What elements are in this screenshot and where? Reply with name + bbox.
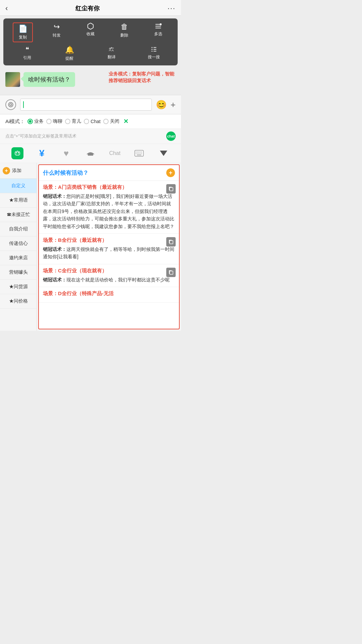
mode-haichat-label: 嗨聊 xyxy=(53,118,62,124)
quote-icon: ❝ xyxy=(25,46,29,54)
context-menu-row-1: 📄 复制 ↪ 转发 收藏 🗑 删除 xyxy=(6,22,175,42)
add-circle-icon: + xyxy=(3,167,10,174)
mode-haichat[interactable]: 嗨聊 xyxy=(46,118,62,124)
tool-hat[interactable] xyxy=(84,150,97,157)
menu-search[interactable]: 搜一搜 xyxy=(144,46,164,61)
menu-multiselect-label: 多选 xyxy=(154,31,162,37)
svg-point-14 xyxy=(16,152,17,153)
menu-translate[interactable]: 文 A 翻译 xyxy=(102,46,122,61)
menu-copy[interactable]: 📄 复制 xyxy=(13,22,33,42)
input-area: 😊 + xyxy=(0,95,181,114)
multiselect-icon xyxy=(155,22,162,30)
tool-heart[interactable]: ♥ xyxy=(59,148,73,159)
add-attachment-button[interactable]: + xyxy=(171,100,176,110)
hint-bar: 点击"+"可添加自定义标签及常用话术 chat xyxy=(0,129,181,144)
ai-mode-bar: Ai模式： 业务 嗨聊 育儿 Chat 关闭 ✕ xyxy=(0,114,181,129)
avatar xyxy=(5,72,20,87)
emoji-button[interactable]: 😊 xyxy=(156,100,167,110)
svg-rect-36 xyxy=(170,271,173,274)
radio-chat xyxy=(84,119,89,124)
sidebar-item-price[interactable]: ★问价格 xyxy=(0,294,37,309)
annotation-text: 业务模式：复制客户问题，智能推荐销冠级回复话术 xyxy=(109,71,176,84)
sidebar-item-trust[interactable]: 传递信心 xyxy=(0,236,37,251)
close-ai-button[interactable]: ✕ xyxy=(123,118,128,125)
message-input[interactable] xyxy=(20,99,152,111)
remind-icon: 🔔 xyxy=(65,46,74,54)
svg-point-13 xyxy=(10,104,12,106)
menu-copy-label: 复制 xyxy=(19,35,27,40)
context-menu-row-2: ❝ 引用 🔔 提醒 文 A 翻译 xyxy=(6,46,175,61)
menu-quote-label: 引用 xyxy=(23,55,31,61)
menu-favorite[interactable]: 收藏 xyxy=(80,22,101,42)
script-block-a: 场景：A门店类线下销售（最近就有） 销冠话术：您问的正是时候[哦牙]，我们刚好最… xyxy=(39,181,179,234)
tool-chat-text[interactable]: Chat xyxy=(108,150,122,156)
mode-parenting[interactable]: 育儿 xyxy=(65,118,81,124)
menu-quote[interactable]: ❝ 引用 xyxy=(17,46,37,61)
script-c-text: 销冠话术：现在这个就是活动价哈，我们平时都比这贵不少呢 xyxy=(43,276,175,283)
sidebar-add-button[interactable]: + 添加 xyxy=(0,163,37,179)
menu-search-label: 搜一搜 xyxy=(148,54,160,60)
script-block-d: 场景：D全行业（特殊产品-无活 xyxy=(39,287,179,303)
script-a-text: 销冠话术：您问的正是时候[哦牙]，我们刚好最近要做一场大活动，这次活动是厂家/总… xyxy=(43,193,175,230)
mode-parenting-label: 育儿 xyxy=(72,118,81,124)
svg-text:文: 文 xyxy=(109,48,112,51)
hint-text: 点击"+"可添加自定义标签及常用话术 xyxy=(5,133,76,139)
menu-delete-label: 删除 xyxy=(120,33,128,38)
delete-icon: 🗑 xyxy=(121,22,128,31)
copy-icon: 📄 xyxy=(18,24,27,33)
bot-icon xyxy=(11,147,23,159)
mode-business[interactable]: 业务 xyxy=(27,118,44,124)
favorite-icon xyxy=(87,22,94,30)
add-script-button[interactable]: + xyxy=(166,168,175,177)
sidebar-item-common[interactable]: ★常用语 xyxy=(0,193,37,208)
context-menu: 📄 复制 ↪ 转发 收藏 🗑 删除 xyxy=(3,18,178,65)
voice-button[interactable] xyxy=(5,99,16,110)
scene-c-label: 场景：C全行业（现在就有） xyxy=(43,268,175,274)
add-label: 添加 xyxy=(12,168,21,174)
back-button[interactable]: ‹ xyxy=(5,4,8,13)
main-content: + 添加 自定义 ★常用语 ☎未接正忙 自我介绍 传递信心 邀约来店 营销噱头 … xyxy=(0,163,181,331)
sidebar-item-source[interactable]: ★问货源 xyxy=(0,280,37,294)
radio-haichat xyxy=(46,119,52,124)
copy-script-a[interactable] xyxy=(166,184,176,194)
menu-delete[interactable]: 🗑 删除 xyxy=(114,22,134,42)
copy-script-c[interactable] xyxy=(166,268,176,277)
forward-icon: ↪ xyxy=(54,22,60,31)
svg-text:A: A xyxy=(112,49,114,52)
svg-rect-20 xyxy=(88,154,93,156)
tool-dropdown[interactable] xyxy=(157,151,170,156)
mode-off-label: 关闭 xyxy=(110,118,119,124)
menu-remind[interactable]: 🔔 提醒 xyxy=(59,46,79,61)
question-header: 什么时候有活动？ + xyxy=(39,165,179,181)
chat-bubble: 啥时候有活动？ xyxy=(23,72,75,87)
tool-bar: ¥ ♥ Chat xyxy=(0,144,181,163)
scene-b-label: 场景：B全行业（最近就有） xyxy=(43,237,175,244)
mode-off[interactable]: 关闭 xyxy=(103,118,119,124)
sidebar-item-invite[interactable]: 邀约来店 xyxy=(0,251,37,265)
menu-multiselect[interactable]: 多选 xyxy=(148,22,168,42)
scene-a-label: 场景：A门店类线下销售（最近就有） xyxy=(43,184,175,191)
translate-icon: 文 A xyxy=(108,46,115,53)
header: ‹ 红尘有你 ··· xyxy=(0,0,181,16)
svg-rect-34 xyxy=(170,187,173,191)
copy-script-b[interactable] xyxy=(166,237,176,247)
sidebar-item-intro[interactable]: 自我介绍 xyxy=(0,222,37,236)
menu-forward-label: 转发 xyxy=(53,33,61,38)
sidebar-item-marketing[interactable]: 营销噱头 xyxy=(0,265,37,280)
menu-favorite-label: 收藏 xyxy=(86,31,95,37)
menu-forward[interactable]: ↪ 转发 xyxy=(47,22,67,42)
mode-business-label: 业务 xyxy=(34,118,44,124)
svg-marker-33 xyxy=(160,151,167,156)
menu-translate-label: 翻译 xyxy=(108,54,116,60)
mode-chat[interactable]: Chat xyxy=(84,119,101,124)
mode-chat-label: Chat xyxy=(90,119,101,124)
sidebar-item-busy[interactable]: ☎未接正忙 xyxy=(0,208,37,222)
script-block-b: 场景：B全行业（最近就有） 销冠话术：这两天很快就会有了，稍等等哈，到时候我第一… xyxy=(39,234,179,264)
chat-icon[interactable]: chat xyxy=(166,131,176,141)
sidebar-item-custom[interactable]: 自定义 xyxy=(0,179,37,193)
tool-keyboard[interactable] xyxy=(132,150,146,157)
tool-bot[interactable] xyxy=(11,147,24,159)
tool-money[interactable]: ¥ xyxy=(35,148,49,159)
chat-area: 啥时候有活动？ 业务模式：复制客户问题，智能推荐销冠级回复话术 xyxy=(0,68,181,95)
more-button[interactable]: ··· xyxy=(168,4,176,13)
